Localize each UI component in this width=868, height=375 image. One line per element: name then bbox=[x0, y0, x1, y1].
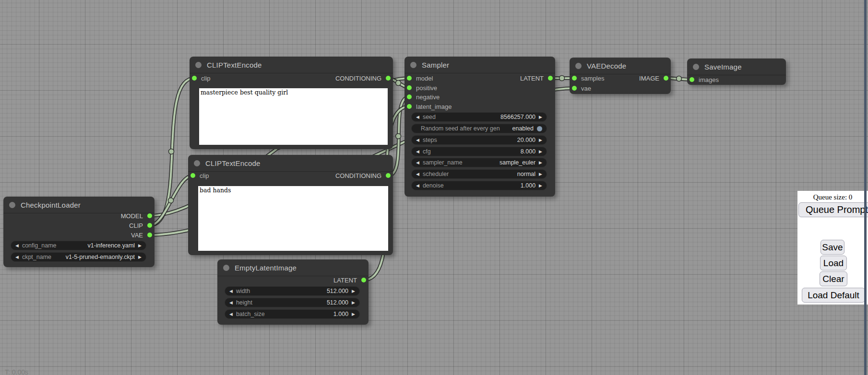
input-dot-vae[interactable] bbox=[572, 86, 577, 91]
node-cliptextencode-positive[interactable]: CLIPTextEncode clip CONDITIONING masterp… bbox=[190, 57, 393, 149]
increment-arrow-icon[interactable]: ▶ bbox=[539, 150, 542, 154]
node-collapse-dot-icon[interactable] bbox=[195, 62, 202, 68]
negative-prompt-textarea[interactable]: bad hands bbox=[198, 186, 388, 251]
load-button[interactable]: Load bbox=[820, 256, 847, 270]
decrement-arrow-icon[interactable]: ◀ bbox=[416, 184, 419, 188]
decrement-arrow-icon[interactable]: ◀ bbox=[416, 150, 419, 154]
output-dot-image[interactable] bbox=[664, 76, 668, 81]
increment-arrow-icon[interactable]: ▶ bbox=[539, 161, 542, 165]
node-saveimage[interactable]: SaveImage images bbox=[687, 59, 786, 85]
widget-value: 20.000 bbox=[517, 137, 535, 143]
comfy-menu-panel[interactable]: Queue size: 0 Queue Prompt Save Load Cle… bbox=[797, 191, 868, 305]
output-dot-conditioning[interactable] bbox=[386, 76, 391, 81]
decrement-arrow-icon[interactable]: ◀ bbox=[15, 255, 19, 259]
node-titlebar[interactable]: EmptyLatentImage bbox=[217, 259, 369, 276]
input-slot-model: model bbox=[407, 73, 433, 83]
widget-label: Random seed after every gen bbox=[421, 125, 500, 132]
widget-seed[interactable]: ◀ seed 8566257.000 ▶ bbox=[411, 112, 547, 122]
output-slot-latent: LATENT bbox=[520, 73, 553, 83]
increment-arrow-icon[interactable]: ▶ bbox=[539, 172, 542, 176]
widget-value: v1-5-pruned-emaonly.ckpt bbox=[66, 254, 135, 260]
widget-label: batch_size bbox=[236, 311, 265, 317]
input-dot-negative[interactable] bbox=[407, 94, 412, 99]
node-collapse-dot-icon[interactable] bbox=[693, 64, 699, 70]
widget-batch-size[interactable]: ◀ batch_size 1.000 ▶ bbox=[225, 309, 360, 319]
node-collapse-dot-icon[interactable] bbox=[9, 202, 15, 208]
node-titlebar[interactable]: SaveImage bbox=[687, 59, 786, 75]
output-dot-conditioning[interactable] bbox=[386, 173, 391, 178]
increment-arrow-icon[interactable]: ▶ bbox=[352, 301, 355, 305]
widget-label: denoise bbox=[423, 182, 444, 189]
node-collapse-dot-icon[interactable] bbox=[223, 265, 229, 271]
node-titlebar[interactable]: Sampler bbox=[404, 57, 555, 73]
toggle-dot-icon[interactable] bbox=[537, 126, 542, 131]
increment-arrow-icon[interactable]: ▶ bbox=[352, 289, 355, 293]
widget-steps[interactable]: ◀ steps 20.000 ▶ bbox=[411, 135, 547, 145]
increment-arrow-icon[interactable]: ▶ bbox=[352, 312, 355, 316]
positive-prompt-textarea[interactable]: masterpiece best quality girl bbox=[199, 88, 388, 145]
node-cliptextencode-negative[interactable]: CLIPTextEncode clip CONDITIONING bad han… bbox=[188, 155, 393, 255]
load-default-button[interactable]: Load Default bbox=[802, 288, 865, 303]
input-dot-clip[interactable] bbox=[192, 76, 197, 81]
decrement-arrow-icon[interactable]: ◀ bbox=[416, 161, 419, 165]
input-dot-model[interactable] bbox=[407, 76, 412, 81]
output-dot-vae[interactable] bbox=[147, 233, 152, 237]
widget-ckpt-name[interactable]: ◀ ckpt_name v1-5-pruned-emaonly.ckpt ▶ bbox=[11, 252, 146, 262]
increment-arrow-icon[interactable]: ▶ bbox=[539, 115, 542, 119]
output-slot-label: MODEL bbox=[121, 212, 143, 220]
node-collapse-dot-icon[interactable] bbox=[575, 63, 582, 69]
node-title: Sampler bbox=[422, 61, 449, 69]
input-dot-latent-image[interactable] bbox=[407, 104, 412, 109]
node-sampler[interactable]: Sampler model positive negative latent_i… bbox=[404, 57, 555, 197]
widget-label: config_name bbox=[22, 242, 57, 249]
input-dot-positive[interactable] bbox=[407, 85, 412, 90]
widget-label: cfg bbox=[423, 148, 431, 155]
increment-arrow-icon[interactable]: ▶ bbox=[138, 244, 142, 248]
widget-denoise[interactable]: ◀ denoise 1.000 ▶ bbox=[411, 181, 547, 190]
decrement-arrow-icon[interactable]: ◀ bbox=[416, 115, 419, 119]
node-titlebar[interactable]: VAEDecode bbox=[570, 58, 671, 74]
widget-value: 1.000 bbox=[521, 182, 535, 189]
input-slot-label: negative bbox=[416, 94, 440, 101]
widget-random-seed-toggle[interactable]: Random seed after every gen enabled bbox=[411, 124, 547, 133]
widget-value: v1-inference.yaml bbox=[87, 242, 135, 249]
input-dot-clip[interactable] bbox=[190, 173, 195, 178]
increment-arrow-icon[interactable]: ▶ bbox=[138, 255, 142, 259]
output-dot-model[interactable] bbox=[147, 213, 152, 218]
widget-sampler-name[interactable]: ◀ sampler_name sample_euler ▶ bbox=[411, 158, 547, 167]
output-slot-conditioning: CONDITIONING bbox=[335, 73, 391, 83]
output-dot-latent[interactable] bbox=[548, 76, 553, 81]
node-title: EmptyLatentImage bbox=[235, 264, 297, 272]
output-dot-clip[interactable] bbox=[147, 223, 152, 228]
input-slot-clip: clip bbox=[190, 171, 209, 180]
widget-width[interactable]: ◀ width 512.000 ▶ bbox=[225, 286, 360, 296]
decrement-arrow-icon[interactable]: ◀ bbox=[416, 172, 419, 176]
clear-button[interactable]: Clear bbox=[820, 271, 847, 286]
decrement-arrow-icon[interactable]: ◀ bbox=[229, 301, 233, 305]
input-dot-images[interactable] bbox=[690, 77, 694, 82]
input-dot-samples[interactable] bbox=[572, 76, 577, 81]
widget-scheduler[interactable]: ◀ scheduler normal ▶ bbox=[411, 169, 547, 179]
node-collapse-dot-icon[interactable] bbox=[194, 160, 200, 166]
node-vaedecode[interactable]: VAEDecode samples vae IMAGE bbox=[570, 58, 671, 94]
input-slot-clip: clip bbox=[192, 73, 211, 83]
increment-arrow-icon[interactable]: ▶ bbox=[539, 138, 542, 142]
node-collapse-dot-icon[interactable] bbox=[410, 62, 416, 68]
output-dot-latent[interactable] bbox=[361, 278, 366, 282]
increment-arrow-icon[interactable]: ▶ bbox=[539, 184, 542, 188]
widget-cfg[interactable]: ◀ cfg 8.000 ▶ bbox=[411, 147, 547, 156]
decrement-arrow-icon[interactable]: ◀ bbox=[15, 244, 19, 248]
decrement-arrow-icon[interactable]: ◀ bbox=[229, 289, 233, 293]
node-emptylatentimage[interactable]: EmptyLatentImage LATENT ◀ width 512.000 … bbox=[217, 259, 369, 325]
node-checkpointloader[interactable]: CheckpointLoader MODEL CLIP VAE ◀ config… bbox=[3, 197, 155, 267]
widget-height[interactable]: ◀ height 512.000 ▶ bbox=[225, 298, 360, 307]
output-slot-image: IMAGE bbox=[639, 73, 668, 83]
node-titlebar[interactable]: CLIPTextEncode bbox=[190, 57, 393, 73]
decrement-arrow-icon[interactable]: ◀ bbox=[416, 138, 419, 142]
widget-config-name[interactable]: ◀ config_name v1-inference.yaml ▶ bbox=[11, 241, 146, 250]
node-titlebar[interactable]: CLIPTextEncode bbox=[188, 155, 393, 172]
save-button[interactable]: Save bbox=[820, 240, 844, 255]
decrement-arrow-icon[interactable]: ◀ bbox=[229, 312, 233, 316]
scrollbar-strip[interactable] bbox=[864, 0, 867, 375]
queue-prompt-button[interactable]: Queue Prompt bbox=[798, 202, 868, 217]
